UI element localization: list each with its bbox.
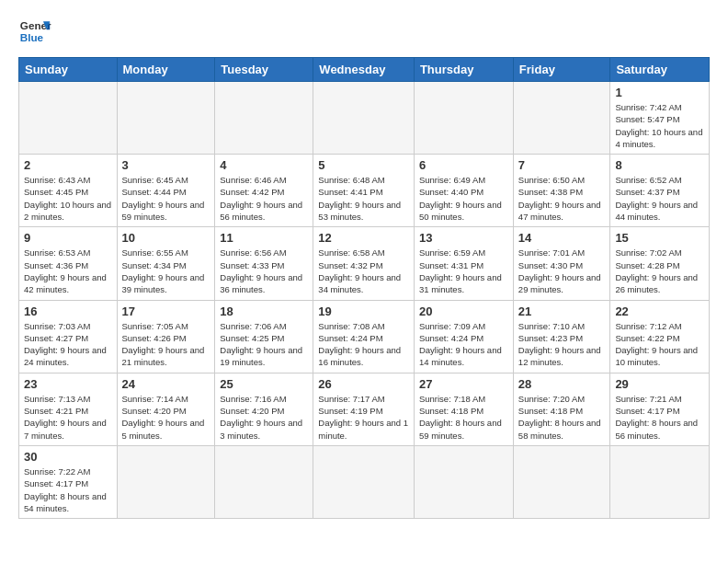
calendar-cell: 21Sunrise: 7:10 AM Sunset: 4:23 PM Dayli… [513, 300, 610, 373]
day-info: Sunrise: 6:45 AM Sunset: 4:44 PM Dayligh… [122, 174, 210, 223]
calendar-cell [117, 445, 215, 518]
weekday-header-saturday: Saturday [610, 58, 710, 82]
calendar-cell: 18Sunrise: 7:06 AM Sunset: 4:25 PM Dayli… [215, 300, 313, 373]
day-number: 3 [122, 158, 210, 172]
day-number: 15 [615, 231, 704, 245]
day-info: Sunrise: 6:58 AM Sunset: 4:32 PM Dayligh… [318, 247, 409, 295]
calendar-cell: 23Sunrise: 7:13 AM Sunset: 4:21 PM Dayli… [19, 373, 118, 445]
calendar-cell: 13Sunrise: 6:59 AM Sunset: 4:31 PM Dayli… [414, 227, 513, 300]
day-number: 12 [318, 231, 409, 245]
day-number: 20 [419, 304, 508, 318]
calendar-cell: 15Sunrise: 7:02 AM Sunset: 4:28 PM Dayli… [610, 227, 710, 300]
weekday-header-row: SundayMondayTuesdayWednesdayThursdayFrid… [19, 58, 710, 82]
day-info: Sunrise: 6:55 AM Sunset: 4:34 PM Dayligh… [122, 247, 210, 295]
day-number: 24 [122, 377, 210, 391]
day-info: Sunrise: 7:01 AM Sunset: 4:30 PM Dayligh… [518, 247, 606, 295]
weekday-header-sunday: Sunday [19, 58, 118, 82]
calendar-cell: 7Sunrise: 6:50 AM Sunset: 4:38 PM Daylig… [513, 155, 610, 227]
day-number: 2 [24, 158, 112, 172]
day-info: Sunrise: 6:46 AM Sunset: 4:42 PM Dayligh… [220, 174, 308, 223]
day-info: Sunrise: 7:12 AM Sunset: 4:22 PM Dayligh… [615, 320, 704, 369]
day-number: 25 [220, 377, 308, 391]
calendar-cell [414, 445, 513, 518]
weekday-header-monday: Monday [117, 58, 215, 82]
day-info: Sunrise: 7:17 AM Sunset: 4:19 PM Dayligh… [318, 393, 409, 442]
day-info: Sunrise: 7:42 AM Sunset: 5:47 PM Dayligh… [615, 101, 704, 150]
day-number: 23 [24, 377, 112, 391]
calendar-cell [414, 82, 513, 155]
day-info: Sunrise: 7:21 AM Sunset: 4:17 PM Dayligh… [615, 393, 704, 442]
calendar-cell: 26Sunrise: 7:17 AM Sunset: 4:19 PM Dayli… [313, 373, 415, 445]
calendar-cell: 19Sunrise: 7:08 AM Sunset: 4:24 PM Dayli… [313, 300, 415, 373]
logo-icon: General Blue [18, 15, 51, 48]
calendar-cell: 16Sunrise: 7:03 AM Sunset: 4:27 PM Dayli… [19, 300, 118, 373]
calendar-cell [215, 445, 313, 518]
day-number: 16 [24, 304, 112, 318]
day-info: Sunrise: 7:03 AM Sunset: 4:27 PM Dayligh… [24, 320, 112, 369]
calendar-cell: 6Sunrise: 6:49 AM Sunset: 4:40 PM Daylig… [414, 155, 513, 227]
calendar-cell: 8Sunrise: 6:52 AM Sunset: 4:37 PM Daylig… [610, 155, 710, 227]
day-info: Sunrise: 6:56 AM Sunset: 4:33 PM Dayligh… [220, 247, 308, 295]
day-number: 1 [615, 86, 704, 99]
day-info: Sunrise: 6:53 AM Sunset: 4:36 PM Dayligh… [24, 247, 112, 295]
day-info: Sunrise: 6:52 AM Sunset: 4:37 PM Dayligh… [615, 174, 704, 223]
day-number: 11 [220, 231, 308, 245]
day-number: 19 [318, 304, 409, 318]
calendar-cell: 2Sunrise: 6:43 AM Sunset: 4:45 PM Daylig… [19, 155, 118, 227]
day-info: Sunrise: 7:22 AM Sunset: 4:17 PM Dayligh… [24, 465, 112, 514]
weekday-header-thursday: Thursday [414, 58, 513, 82]
calendar-cell: 10Sunrise: 6:55 AM Sunset: 4:34 PM Dayli… [117, 227, 215, 300]
day-number: 26 [318, 377, 409, 391]
calendar-cell: 25Sunrise: 7:16 AM Sunset: 4:20 PM Dayli… [215, 373, 313, 445]
day-info: Sunrise: 6:59 AM Sunset: 4:31 PM Dayligh… [419, 247, 508, 295]
calendar-cell [513, 82, 610, 155]
header: General Blue [18, 15, 710, 48]
day-info: Sunrise: 7:16 AM Sunset: 4:20 PM Dayligh… [220, 393, 308, 442]
day-number: 7 [518, 158, 606, 172]
calendar-week-2: 9Sunrise: 6:53 AM Sunset: 4:36 PM Daylig… [19, 227, 710, 300]
calendar-cell: 27Sunrise: 7:18 AM Sunset: 4:18 PM Dayli… [414, 373, 513, 445]
calendar-cell: 14Sunrise: 7:01 AM Sunset: 4:30 PM Dayli… [513, 227, 610, 300]
calendar-cell: 29Sunrise: 7:21 AM Sunset: 4:17 PM Dayli… [610, 373, 710, 445]
day-number: 27 [419, 377, 508, 391]
day-number: 17 [122, 304, 210, 318]
day-number: 22 [615, 304, 704, 318]
calendar-cell: 5Sunrise: 6:48 AM Sunset: 4:41 PM Daylig… [313, 155, 415, 227]
day-number: 10 [122, 231, 210, 245]
day-info: Sunrise: 7:10 AM Sunset: 4:23 PM Dayligh… [518, 320, 606, 369]
day-info: Sunrise: 6:49 AM Sunset: 4:40 PM Dayligh… [419, 174, 508, 223]
calendar-week-5: 30Sunrise: 7:22 AM Sunset: 4:17 PM Dayli… [19, 445, 710, 518]
weekday-header-wednesday: Wednesday [313, 58, 415, 82]
day-number: 29 [615, 377, 704, 391]
day-number: 9 [24, 231, 112, 245]
day-number: 13 [419, 231, 508, 245]
day-number: 21 [518, 304, 606, 318]
day-number: 6 [419, 158, 508, 172]
calendar-week-3: 16Sunrise: 7:03 AM Sunset: 4:27 PM Dayli… [19, 300, 710, 373]
calendar-cell [513, 445, 610, 518]
calendar-cell: 12Sunrise: 6:58 AM Sunset: 4:32 PM Dayli… [313, 227, 415, 300]
calendar-cell [117, 82, 215, 155]
day-info: Sunrise: 6:48 AM Sunset: 4:41 PM Dayligh… [318, 174, 409, 223]
weekday-header-friday: Friday [513, 58, 610, 82]
calendar-cell [215, 82, 313, 155]
calendar-cell: 3Sunrise: 6:45 AM Sunset: 4:44 PM Daylig… [117, 155, 215, 227]
calendar-week-0: 1Sunrise: 7:42 AM Sunset: 5:47 PM Daylig… [19, 82, 710, 155]
day-info: Sunrise: 7:06 AM Sunset: 4:25 PM Dayligh… [220, 320, 308, 369]
day-info: Sunrise: 7:14 AM Sunset: 4:20 PM Dayligh… [122, 393, 210, 442]
calendar-cell: 9Sunrise: 6:53 AM Sunset: 4:36 PM Daylig… [19, 227, 118, 300]
day-number: 4 [220, 158, 308, 172]
calendar-week-1: 2Sunrise: 6:43 AM Sunset: 4:45 PM Daylig… [19, 155, 710, 227]
calendar-cell [313, 82, 415, 155]
calendar-cell: 24Sunrise: 7:14 AM Sunset: 4:20 PM Dayli… [117, 373, 215, 445]
day-info: Sunrise: 7:05 AM Sunset: 4:26 PM Dayligh… [122, 320, 210, 369]
day-info: Sunrise: 7:20 AM Sunset: 4:18 PM Dayligh… [518, 393, 606, 442]
calendar-cell: 30Sunrise: 7:22 AM Sunset: 4:17 PM Dayli… [19, 445, 118, 518]
svg-text:Blue: Blue [20, 31, 44, 43]
calendar-cell: 17Sunrise: 7:05 AM Sunset: 4:26 PM Dayli… [117, 300, 215, 373]
day-number: 5 [318, 158, 409, 172]
calendar-cell: 11Sunrise: 6:56 AM Sunset: 4:33 PM Dayli… [215, 227, 313, 300]
calendar-cell: 22Sunrise: 7:12 AM Sunset: 4:22 PM Dayli… [610, 300, 710, 373]
calendar-cell: 20Sunrise: 7:09 AM Sunset: 4:24 PM Dayli… [414, 300, 513, 373]
page: General Blue SundayMondayTuesdayWednesda… [0, 0, 728, 537]
